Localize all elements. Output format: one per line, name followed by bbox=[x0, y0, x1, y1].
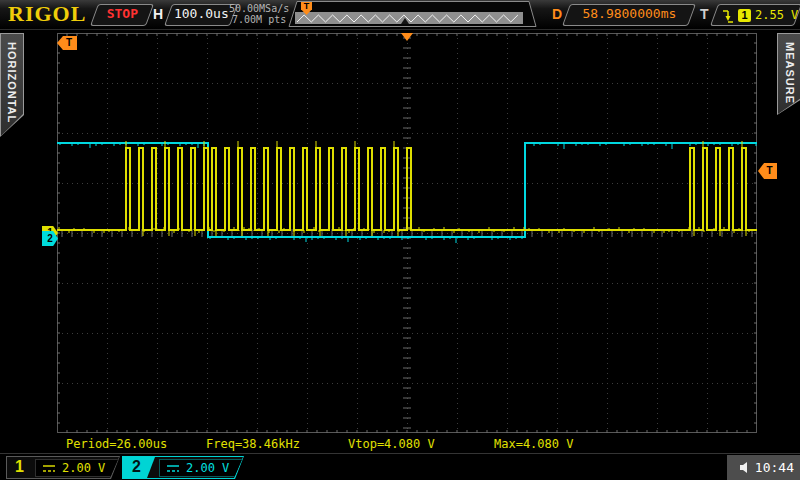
dc-coupling-icon bbox=[42, 464, 56, 473]
timebase-value: 100.0us bbox=[169, 5, 233, 23]
channel2-scale: 2.00 V bbox=[186, 461, 229, 475]
measurement-vtop: Vtop=4.080 V bbox=[348, 437, 435, 451]
timebase-badge[interactable]: 100.0us bbox=[164, 4, 238, 26]
memory-depth: 7.00M pts bbox=[229, 14, 289, 25]
measurement-freq: Freq=38.46kHz bbox=[206, 437, 300, 451]
waveform-plot bbox=[57, 33, 757, 433]
bottom-divider bbox=[0, 453, 800, 454]
tab-measure-label: MEASURE bbox=[784, 42, 796, 104]
memory-waveform-overview bbox=[283, 1, 541, 28]
channel1-scale: 2.00 V bbox=[62, 461, 105, 475]
tab-horizontal-label: HORIZONTAL bbox=[6, 42, 18, 123]
trigger-time-marker-icon[interactable] bbox=[401, 33, 413, 41]
channel1-screen: 2.00 V bbox=[35, 459, 121, 477]
measurement-max: Max=4.080 V bbox=[494, 437, 573, 451]
delay-value: 58.9800000ms bbox=[567, 5, 691, 23]
trigger-level-value: 2.55 V bbox=[755, 6, 798, 24]
trigger-info: 1 2.55 V bbox=[715, 6, 798, 24]
speaker-icon[interactable] bbox=[739, 461, 752, 474]
trigger-label: T bbox=[700, 6, 709, 22]
clock-box: 10:44 bbox=[727, 455, 800, 480]
delay-label: D bbox=[552, 6, 562, 22]
channel1-status-box[interactable]: 1 2.00 V bbox=[6, 456, 120, 479]
sample-rate: 50.00MSa/s bbox=[229, 3, 289, 14]
waveform-display[interactable] bbox=[57, 33, 757, 433]
run-status-label: STOP bbox=[95, 5, 149, 23]
delay-badge[interactable]: 58.9800000ms bbox=[562, 4, 696, 26]
acquisition-info: 50.00MSa/s 7.00M pts bbox=[229, 3, 289, 25]
channel2-status-box[interactable]: 2 2.00 V bbox=[122, 456, 244, 479]
trigger-badge[interactable]: 1 2.55 V bbox=[710, 4, 800, 26]
top-status-bar: RIGOL STOP H 100.0us 50.00MSa/s 7.00M pt… bbox=[0, 0, 800, 30]
channel2-screen: 2.00 V bbox=[159, 459, 245, 477]
tab-measure[interactable]: MEASURE bbox=[777, 33, 800, 115]
trigger-level-marker-icon[interactable]: T bbox=[758, 163, 777, 179]
channel1-number: 1 bbox=[15, 458, 24, 476]
brand-logo: RIGOL bbox=[8, 1, 86, 27]
dc-coupling-icon bbox=[166, 464, 180, 473]
run-status-badge[interactable]: STOP bbox=[90, 4, 154, 26]
memory-position-bar[interactable]: T bbox=[283, 1, 541, 28]
falling-edge-icon bbox=[722, 8, 734, 23]
trigger-source-badge: 1 bbox=[738, 9, 751, 22]
tab-horizontal[interactable]: HORIZONTAL bbox=[0, 33, 24, 137]
oscilloscope-screen: RIGOL STOP H 100.0us 50.00MSa/s 7.00M pt… bbox=[0, 0, 800, 480]
horizontal-label: H bbox=[153, 6, 163, 22]
measurement-period: Period=26.00us bbox=[66, 437, 167, 451]
clock-time: 10:44 bbox=[755, 460, 794, 475]
channel2-number: 2 bbox=[132, 458, 141, 476]
